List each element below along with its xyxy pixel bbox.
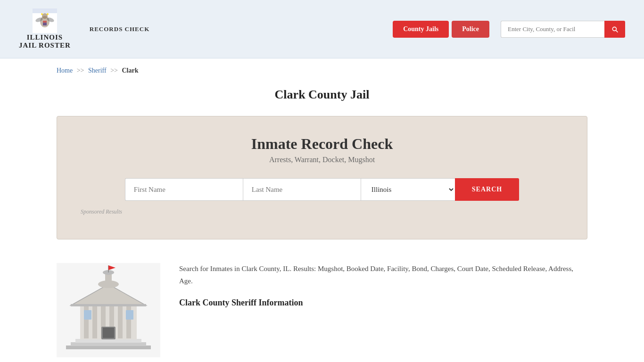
svg-rect-18 <box>92 305 97 338</box>
last-name-input[interactable] <box>243 178 361 201</box>
breadcrumb-sep2: >> <box>110 67 118 74</box>
bottom-text-area: Search for Inmates in Clark County, IL. … <box>179 263 587 310</box>
breadcrumb-current: Clark <box>122 67 138 74</box>
svg-rect-7 <box>43 23 47 25</box>
police-button[interactable]: Police <box>452 21 489 38</box>
site-header: ILLINOIS JAIL ROSTER RECORDS CHECK Count… <box>0 0 644 58</box>
header-search-input[interactable] <box>501 21 604 38</box>
search-icon <box>611 25 619 33</box>
record-check-subtitle: Arrests, Warrant, Docket, Mugshot <box>81 156 563 164</box>
breadcrumb-sep1: >> <box>77 67 84 74</box>
svg-point-8 <box>41 13 43 15</box>
record-check-heading: Inmate Record Check <box>81 135 563 153</box>
site-logo[interactable]: ILLINOIS JAIL ROSTER <box>19 8 71 49</box>
first-name-input[interactable] <box>125 178 243 201</box>
page-title: Clark County Jail <box>0 88 644 102</box>
breadcrumb-sheriff[interactable]: Sheriff <box>88 67 107 74</box>
county-jails-button[interactable]: County Jails <box>393 21 449 38</box>
illinois-flag-icon <box>33 8 57 33</box>
courthouse-icon <box>57 263 160 357</box>
svg-rect-21 <box>118 305 123 338</box>
header-search-bar <box>501 21 625 38</box>
svg-rect-13 <box>75 339 141 343</box>
records-check-link[interactable]: RECORDS CHECK <box>90 25 150 33</box>
inmate-search-form: Illinois SEARCH <box>81 178 563 201</box>
svg-rect-1 <box>33 8 57 13</box>
breadcrumb-home[interactable]: Home <box>57 67 73 74</box>
sponsored-label: Sponsored Results <box>81 208 563 215</box>
main-nav: County Jails Police <box>393 21 625 38</box>
svg-rect-11 <box>66 346 151 349</box>
courthouse-illustration <box>57 263 160 359</box>
svg-rect-12 <box>71 342 146 346</box>
svg-rect-31 <box>84 310 91 320</box>
svg-rect-33 <box>71 304 146 306</box>
sheriff-info-heading: Clark County Sheriff Information <box>179 296 587 310</box>
inmate-search-button[interactable]: SEARCH <box>455 178 519 201</box>
svg-point-9 <box>47 13 49 15</box>
record-check-box: Inmate Record Check Arrests, Warrant, Do… <box>57 116 587 239</box>
state-select[interactable]: Illinois <box>361 178 455 201</box>
logo-illinois-text: ILLINOIS <box>27 33 63 41</box>
svg-rect-32 <box>126 310 133 320</box>
breadcrumb: Home >> Sheriff >> Clark <box>0 58 644 78</box>
header-search-button[interactable] <box>604 21 625 38</box>
bottom-section: Search for Inmates in Clark County, IL. … <box>0 254 644 362</box>
description-text: Search for Inmates in Clark County, IL. … <box>179 263 587 287</box>
logo-jail-text: JAIL ROSTER <box>19 41 71 49</box>
svg-rect-30 <box>103 328 114 338</box>
